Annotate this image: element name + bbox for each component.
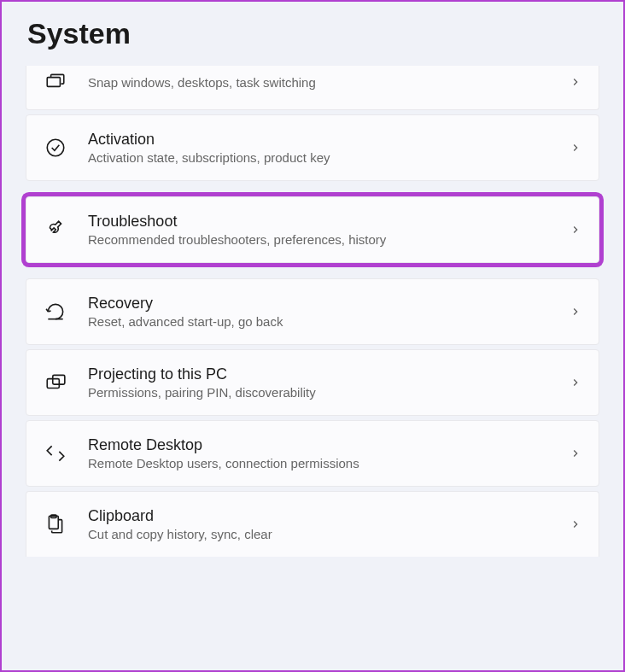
settings-list: Snap windows, desktops, task switching A… [2,66,623,557]
svg-rect-0 [47,78,60,87]
chevron-right-icon [570,306,581,318]
item-title: Projecting to this PC [88,365,549,383]
item-description: Activation state, subscriptions, product… [88,150,549,165]
chevron-right-icon [570,76,581,88]
item-content: Projecting to this PC Permissions, pairi… [88,365,549,400]
item-description: Permissions, pairing PIN, discoverabilit… [88,385,549,400]
svg-point-1 [47,139,64,156]
settings-item-activation[interactable]: Activation Activation state, subscriptio… [26,114,599,181]
activation-icon [44,136,67,160]
item-content: Activation Activation state, subscriptio… [88,131,549,165]
page-title: System [2,2,623,66]
settings-item-recovery[interactable]: Recovery Reset, advanced start-up, go ba… [26,278,599,345]
recovery-icon [44,300,67,324]
item-description: Reset, advanced start-up, go back [88,314,549,329]
settings-item-projecting[interactable]: Projecting to this PC Permissions, pairi… [26,349,599,416]
item-title: Activation [88,131,549,149]
chevron-right-icon [570,377,581,389]
settings-item-troubleshoot[interactable]: Troubleshoot Recommended troubleshooters… [26,196,599,263]
item-content: Clipboard Cut and copy history, sync, cl… [88,507,549,541]
item-title: Recovery [88,295,549,313]
item-description: Remote Desktop users, connection permiss… [88,456,549,470]
multitasking-icon [44,70,67,94]
settings-item-multitasking[interactable]: Snap windows, desktops, task switching [26,66,599,110]
item-title: Remote Desktop [88,436,549,454]
projecting-icon [44,371,67,394]
settings-item-clipboard[interactable]: Clipboard Cut and copy history, sync, cl… [26,491,599,557]
item-content: Snap windows, desktops, task switching [88,75,549,90]
item-content: Recovery Reset, advanced start-up, go ba… [88,295,549,329]
chevron-right-icon [570,224,581,236]
settings-item-remote-desktop[interactable]: Remote Desktop Remote Desktop users, con… [26,420,599,487]
item-title: Clipboard [88,507,549,525]
chevron-right-icon [570,447,581,459]
item-description: Snap windows, desktops, task switching [88,75,549,90]
remote-desktop-icon [44,441,67,465]
chevron-right-icon [570,518,581,530]
clipboard-icon [44,512,67,536]
item-title: Troubleshoot [88,213,549,231]
troubleshoot-icon [44,218,67,242]
item-description: Cut and copy history, sync, clear [88,527,549,541]
item-description: Recommended troubleshooters, preferences… [88,232,549,247]
item-content: Remote Desktop Remote Desktop users, con… [88,436,549,470]
chevron-right-icon [570,142,581,154]
item-content: Troubleshoot Recommended troubleshooters… [88,213,549,247]
